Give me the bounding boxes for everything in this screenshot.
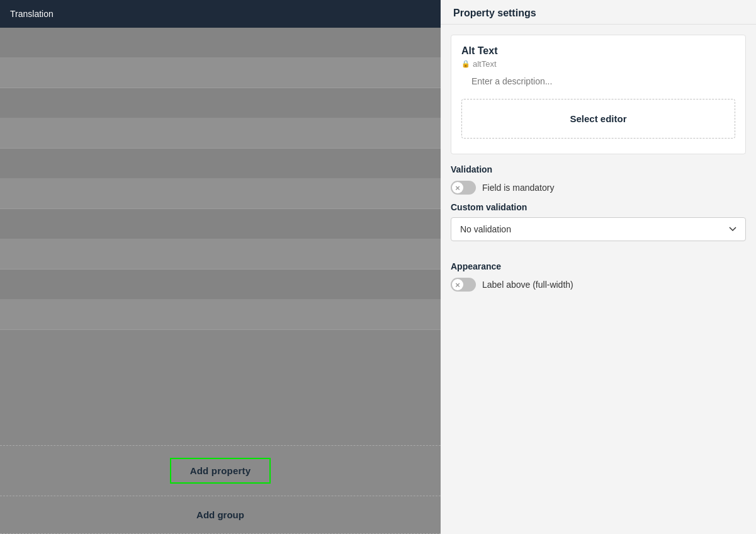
right-panel-content: Alt Text 🔒 altText Select editor Validat… [441,25,756,534]
mandatory-label: Field is mandatory [482,183,554,193]
lock-icon: 🔒 [461,60,470,68]
bottom-section: Add property Add group [0,445,441,534]
add-group-label: Add group [196,509,244,520]
content-row [0,270,441,300]
property-alias-value: altText [473,59,497,69]
right-panel-header: Property settings [441,0,756,25]
label-above-toggle-row: Label above (full-width) [451,278,746,292]
mandatory-toggle[interactable] [451,181,476,195]
property-alias-row: 🔒 altText [461,59,735,69]
right-panel: Property settings Alt Text 🔒 altText Sel… [441,0,756,534]
content-row [0,118,441,149]
content-row [0,239,441,270]
content-row [0,179,441,209]
label-above-toggle[interactable] [451,278,476,292]
page-title: Translation [10,9,54,19]
property-name: Alt Text [461,45,735,57]
content-row [0,149,441,179]
content-row [0,300,441,330]
content-row [0,28,441,58]
content-row [0,209,441,239]
right-panel-title: Property settings [453,8,536,18]
top-bar: Translation [0,0,441,28]
description-input[interactable] [461,69,735,94]
toggle-knob-appearance [452,279,463,290]
mandatory-toggle-row: Field is mandatory [451,181,746,195]
add-group-row[interactable]: Add group [0,496,441,534]
content-row [0,88,441,118]
select-editor-box[interactable]: Select editor [461,99,735,139]
appearance-title: Appearance [451,261,746,271]
label-above-label: Label above (full-width) [482,280,573,290]
validation-select[interactable]: No validation Email URL Number [451,217,746,241]
validation-section: Validation Field is mandatory [441,154,756,195]
select-editor-label: Select editor [570,113,626,124]
add-property-row[interactable]: Add property [0,446,441,496]
custom-validation-title: Custom validation [451,202,746,212]
add-property-button[interactable]: Add property [170,458,271,484]
appearance-section: Appearance Label above (full-width) [441,251,756,309]
content-row [0,58,441,88]
left-panel: Translation Add property Add group [0,0,441,534]
toggle-knob [452,182,463,193]
custom-validation-section: Custom validation No validation Email UR… [441,202,756,251]
content-rows [0,28,441,445]
property-card: Alt Text 🔒 altText Select editor [451,35,746,154]
validation-section-title: Validation [451,164,746,174]
